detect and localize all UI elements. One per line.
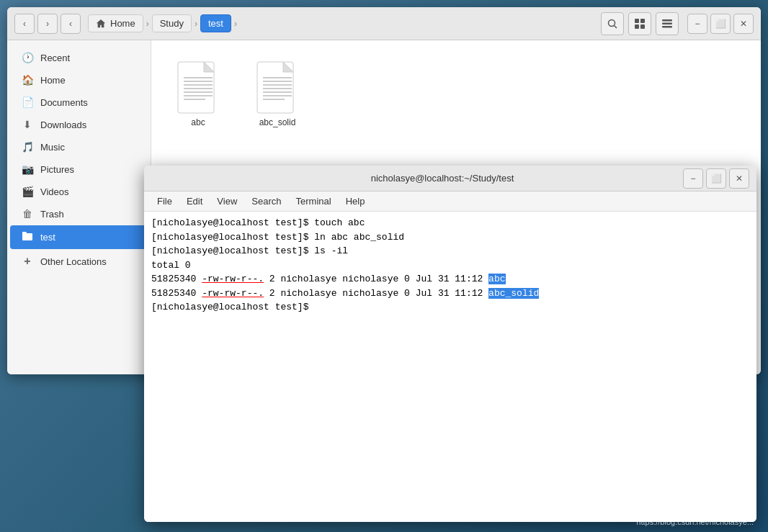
menu-search[interactable]: Search [244, 193, 288, 209]
terminal-minimize-button[interactable]: − [683, 168, 703, 189]
menu-terminal[interactable]: Terminal [289, 193, 339, 209]
svg-rect-2 [635, 19, 639, 23]
breadcrumb-separator-3: › [233, 19, 238, 29]
file-item-abc-solid[interactable]: abc_solid [245, 55, 310, 133]
terminal-window: nicholasye@localhost:~/Study/test − ⬜ ✕ … [144, 166, 756, 522]
minimize-button[interactable]: − [687, 14, 707, 34]
breadcrumb-study-label: Study [160, 18, 184, 29]
sidebar-item-documents[interactable]: 📄 Documents [10, 91, 148, 113]
menu-edit[interactable]: Edit [179, 193, 210, 209]
terminal-body[interactable]: [nicholasye@localhost test]$ touch abc [… [144, 212, 756, 522]
menu-file[interactable]: File [150, 193, 179, 209]
svg-rect-7 [662, 22, 672, 24]
terminal-line-5: 51825340 -rw-rw-r--. 2 nicholasye nichol… [151, 272, 749, 287]
breadcrumb-separator-1: › [145, 19, 151, 29]
sidebar-item-recent[interactable]: 🕐 Recent [10, 47, 148, 68]
view-icons-icon [634, 18, 646, 30]
svg-rect-8 [662, 26, 672, 28]
close-button[interactable]: ✕ [733, 14, 754, 34]
terminal-line-1: [nicholasye@localhost test]$ touch abc [151, 216, 749, 230]
sidebar-item-home-label: Home [40, 75, 66, 86]
view-icons-button[interactable] [628, 12, 651, 35]
sidebar-item-pictures[interactable]: 📷 Pictures [10, 158, 148, 180]
svg-rect-4 [635, 24, 639, 29]
forward-button[interactable]: › [37, 14, 58, 34]
sidebar-item-music[interactable]: 🎵 Music [10, 136, 148, 158]
videos-icon: 🎬 [22, 186, 33, 197]
search-button[interactable] [601, 12, 624, 35]
terminal-line-7: [nicholasye@localhost test]$ [151, 300, 749, 315]
file-icon-abc [177, 60, 220, 114]
sidebar-item-test-label: test [40, 232, 55, 243]
other-locations-icon: + [22, 255, 33, 268]
svg-rect-6 [662, 19, 672, 22]
sidebar: 🕐 Recent 🏠 Home 📄 Documents ⬇ Downloads … [7, 40, 151, 374]
svg-point-0 [609, 19, 615, 26]
terminal-titlebar: nicholasye@localhost:~/Study/test − ⬜ ✕ [144, 166, 756, 191]
trash-icon: 🗑 [22, 208, 33, 220]
svg-rect-3 [640, 19, 645, 23]
terminal-title: nicholasye@localhost:~/Study/test [202, 173, 683, 184]
terminal-maximize-button[interactable]: ⬜ [706, 168, 726, 189]
sidebar-item-videos[interactable]: 🎬 Videos [10, 181, 148, 202]
breadcrumb-home-label: Home [110, 18, 135, 29]
pictures-icon: 📷 [22, 163, 33, 175]
terminal-line-6: 51825340 -rw-rw-r--. 2 nicholasye nichol… [151, 287, 749, 301]
recent-icon: 🕐 [22, 52, 33, 63]
filename-abc: abc [488, 274, 505, 284]
sidebar-item-downloads-label: Downloads [40, 120, 86, 130]
downloads-icon: ⬇ [22, 119, 33, 130]
documents-icon: 📄 [22, 96, 33, 108]
terminal-line-3: [nicholasye@localhost test]$ ls -il [151, 244, 749, 258]
file-manager-titlebar: ‹ › ‹ Home › Study › test › [7, 7, 761, 40]
breadcrumb-study[interactable]: Study [152, 14, 192, 32]
svg-line-1 [615, 25, 617, 28]
breadcrumb-test[interactable]: test [200, 14, 231, 32]
breadcrumb: Home › Study › test › [88, 14, 594, 32]
svg-rect-5 [640, 24, 645, 29]
file-grid: abc [166, 55, 746, 133]
sidebar-item-documents-label: Documents [40, 97, 88, 108]
file-name-abc: abc [191, 117, 205, 127]
breadcrumb-separator-2: › [193, 19, 199, 29]
sidebar-item-pictures-label: Pictures [40, 164, 74, 175]
terminal-close-button[interactable]: ✕ [729, 168, 749, 189]
sidebar-item-videos-label: Videos [40, 186, 69, 197]
home-sidebar-icon: 🏠 [22, 74, 33, 86]
file-icon-abc-solid [256, 60, 299, 114]
sidebar-item-downloads[interactable]: ⬇ Downloads [10, 114, 148, 135]
music-icon: 🎵 [22, 141, 33, 153]
sidebar-item-home[interactable]: 🏠 Home [10, 69, 148, 91]
permissions-2: -rw-rw-r--. [202, 288, 264, 299]
toolbar-actions [601, 12, 679, 35]
sidebar-item-music-label: Music [40, 142, 65, 153]
home-icon [96, 19, 106, 29]
back-button[interactable]: ‹ [14, 14, 35, 34]
sidebar-item-trash[interactable]: 🗑 Trash [10, 203, 148, 225]
terminal-window-controls: − ⬜ ✕ [683, 168, 749, 189]
sidebar-item-test[interactable]: test [10, 225, 148, 249]
history-button[interactable]: ‹ [61, 14, 81, 34]
filename-abc-solid: abc_solid [488, 288, 539, 299]
view-list-button[interactable] [656, 12, 679, 35]
terminal-line-4: total 0 [151, 258, 749, 273]
breadcrumb-test-label: test [208, 18, 223, 29]
breadcrumb-home[interactable]: Home [88, 14, 143, 32]
permissions-1: -rw-rw-r--. [202, 274, 264, 284]
sidebar-item-recent-label: Recent [40, 53, 70, 63]
sidebar-item-other-locations[interactable]: + Other Locations [10, 250, 148, 273]
url-bar: https://blog.csdn.net/nicholasye... [636, 518, 754, 526]
terminal-line-2: [nicholasye@localhost test]$ ln abc abc_… [151, 230, 749, 245]
file-item-abc[interactable]: abc [166, 55, 231, 133]
view-list-icon [661, 18, 673, 30]
sidebar-item-trash-label: Trash [40, 209, 64, 220]
menu-view[interactable]: View [210, 193, 244, 209]
file-name-abc-solid: abc_solid [259, 117, 296, 127]
search-icon [607, 18, 618, 30]
file-manager-window-controls: − ⬜ ✕ [687, 14, 754, 34]
sidebar-item-other-locations-label: Other Locations [40, 256, 107, 267]
menu-help[interactable]: Help [339, 193, 372, 209]
terminal-menubar: File Edit View Search Terminal Help [144, 191, 756, 212]
test-folder-icon [22, 230, 33, 244]
maximize-button[interactable]: ⬜ [710, 14, 731, 34]
